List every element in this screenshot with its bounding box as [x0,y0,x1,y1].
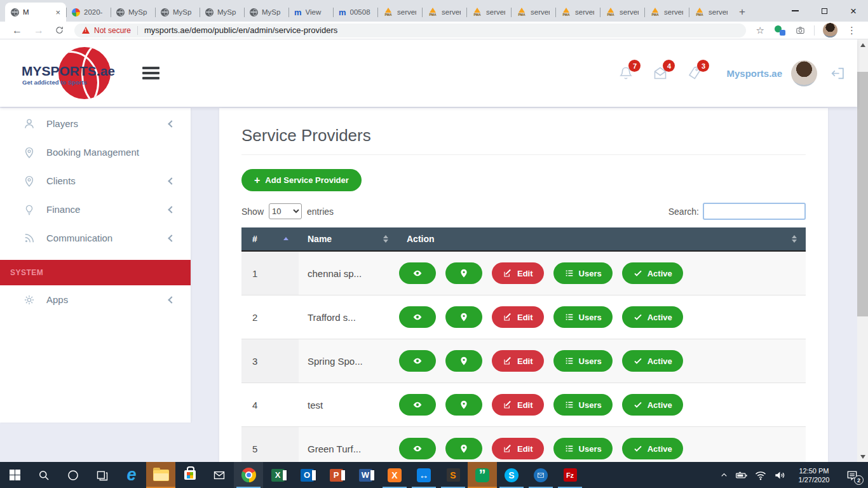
browser-tab[interactable]: MySp [111,3,155,22]
browser-tab[interactable]: PMAserver [689,3,733,22]
browser-tab[interactable]: MySp [200,3,244,22]
location-button[interactable] [445,438,482,459]
location-button[interactable] [445,306,482,328]
taskbar-mail[interactable] [205,462,234,488]
restore-button[interactable] [810,0,839,22]
search-input[interactable] [703,203,806,220]
taskbar-xampp[interactable]: X [380,462,409,488]
active-button[interactable]: Active [622,438,683,459]
column-header-name[interactable]: Name [299,227,397,251]
active-button[interactable]: Active [622,350,683,372]
active-button[interactable]: Active [622,262,683,284]
browser-tab[interactable]: PMAserver [511,3,555,22]
network-status[interactable] [751,462,770,488]
browser-tab[interactable]: PMAserver [600,3,644,22]
users-button[interactable]: Users [553,394,613,416]
column-header-number[interactable]: # [241,227,299,251]
taskbar-start[interactable] [0,462,29,488]
taskbar-outlook[interactable]: O [292,462,322,488]
edit-button[interactable]: Edit [492,306,544,328]
browser-tab[interactable]: PMAserver [377,3,422,22]
account-name[interactable]: Mysports.ae [726,68,782,79]
page-size-select[interactable]: 10 [269,203,302,219]
not-secure-warning-icon[interactable] [82,27,90,34]
view-button[interactable] [399,262,436,284]
taskbar-powerpoint[interactable]: P [322,462,351,488]
scroll-up-button[interactable] [857,39,868,50]
browser-tab[interactable]: PMAserver [555,3,600,22]
app-logo[interactable]: MYSPORTS.ae Get addicted to Sports [22,48,130,99]
minimize-button[interactable] [780,0,810,22]
browser-tab[interactable]: PMAserver [466,3,511,22]
taskbar-skype[interactable]: S [497,462,526,488]
location-button[interactable] [445,350,482,372]
active-button[interactable]: Active [622,394,683,416]
browser-tab[interactable]: m00508 [333,3,377,22]
taskbar-chrome[interactable] [234,462,263,488]
scrollbar-thumb[interactable] [857,72,868,316]
taskbar-filezilla[interactable]: Fz [555,462,585,488]
taskbar-sublime[interactable]: S [438,462,468,488]
edit-button[interactable]: Edit [492,350,544,372]
user-avatar[interactable] [791,60,817,86]
action-center-button[interactable]: 2 [839,462,865,488]
users-button[interactable]: Users [553,350,613,372]
taskbar-cortana[interactable] [58,462,88,488]
taskbar-hangouts[interactable]: ” [468,462,497,488]
screenshot-camera-icon[interactable] [796,25,805,35]
sidebar-item-players[interactable]: Players [0,109,191,138]
sidebar-item-communication[interactable]: Communication [0,224,191,252]
users-button[interactable]: Users [553,306,613,328]
bookmark-star-icon[interactable]: ☆ [756,25,764,36]
add-service-provider-button[interactable]: + Add Service Provider [241,169,362,191]
extension-icon[interactable] [775,25,785,36]
users-button[interactable]: Users [553,438,613,459]
sidebar-item-clients[interactable]: Clients [0,166,191,195]
notifications-button[interactable]: 7 [618,65,634,81]
taskbar-thunderbird[interactable] [526,462,555,488]
sidebar-item-booking-management[interactable]: Booking Management [0,138,191,166]
taskbar-excel[interactable]: X [263,462,292,488]
close-button[interactable]: × [839,0,868,22]
sidebar-item-apps[interactable]: Apps [0,285,191,314]
taskbar-store[interactable] [175,462,205,488]
taskbar-search[interactable] [29,462,58,488]
tray-expand-button[interactable] [715,462,732,488]
refresh-button[interactable] [55,25,64,35]
view-button[interactable] [399,350,436,372]
taskbar-teamviewer[interactable]: ↔ [409,462,438,488]
active-button[interactable]: Active [622,306,683,328]
address-bar[interactable]: Not secure mysports.ae/demo/public/en/ad… [74,24,746,37]
view-button[interactable] [399,306,436,328]
tab-close-icon[interactable]: × [55,8,60,17]
volume-status[interactable] [770,462,789,488]
edit-button[interactable]: Edit [492,262,544,284]
view-button[interactable] [399,394,436,416]
edit-button[interactable]: Edit [492,394,544,416]
sidebar-toggle-button[interactable] [142,67,159,82]
edit-button[interactable]: Edit [492,438,544,459]
location-button[interactable] [445,262,482,284]
browser-tab[interactable]: 2020- [66,3,111,22]
view-button[interactable] [399,438,436,459]
column-header-action[interactable]: Action [397,227,806,251]
browser-profile-avatar[interactable] [823,23,837,37]
taskbar-word[interactable]: W [351,462,380,488]
logout-button[interactable] [830,65,846,81]
url-text[interactable]: mysports.ae/demo/public/en/admin/service… [144,25,337,35]
messages-button[interactable]: 4 [653,65,668,81]
scroll-down-button[interactable] [857,451,868,462]
sidebar-item-finance[interactable]: Finance [0,195,191,224]
browser-tab[interactable]: MySp [155,3,200,22]
back-button[interactable]: ← [12,25,22,36]
browser-tab[interactable]: PMAserver [422,3,466,22]
taskbar-clock[interactable]: 12:50 PM 1/27/2020 [789,462,839,488]
taskbar-taskview[interactable] [88,462,117,488]
browser-tab[interactable]: PMAserver [644,3,689,22]
taskbar-edge[interactable]: e [117,462,146,488]
browser-tab[interactable]: M× [5,3,66,22]
browser-menu-icon[interactable]: ⋮ [847,25,857,36]
browser-tab[interactable]: MySp [244,3,288,22]
browser-tab[interactable]: mView [288,3,333,22]
not-secure-label[interactable]: Not secure [94,26,131,35]
